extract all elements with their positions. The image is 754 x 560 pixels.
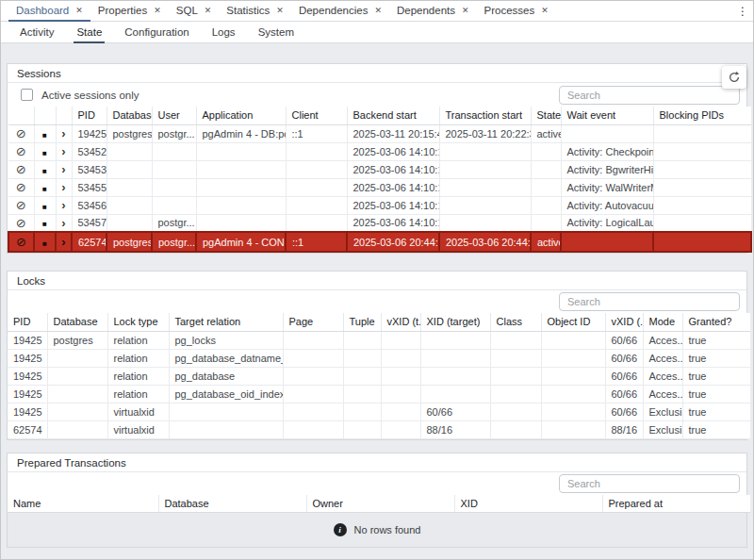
cell[interactable]: relation [107, 331, 169, 349]
expand-icon-cell[interactable]: › [56, 196, 72, 214]
cell[interactable]: Acces... [643, 331, 682, 349]
cell[interactable]: 60/66 [605, 403, 643, 420]
cancel-icon-cell[interactable]: ⊘ [8, 214, 34, 232]
cell[interactable] [490, 367, 541, 385]
cell[interactable]: postgr... [152, 124, 196, 142]
cell[interactable] [561, 124, 653, 142]
column-header-object-id[interactable]: Object ID [541, 313, 605, 331]
cell[interactable] [107, 196, 152, 214]
cell[interactable] [653, 232, 751, 252]
column-header-blocking-pids[interactable]: Blocking PIDs [653, 107, 751, 124]
cell[interactable]: 62574 [8, 420, 47, 438]
cell[interactable]: 60/66 [420, 403, 490, 420]
column-header-lock-type[interactable]: Lock type [107, 313, 169, 331]
cell[interactable] [196, 196, 286, 214]
close-icon[interactable]: ✕ [374, 7, 382, 15]
column-header-state[interactable]: State [531, 107, 561, 124]
cancel-icon-cell[interactable]: ⊘ [8, 142, 34, 160]
tab-dependencies[interactable]: Dependencies ✕ [291, 1, 389, 22]
table-row[interactable]: 19425postgresrelationpg_locks60/66Acces.… [8, 331, 750, 349]
cell[interactable]: ::1 [286, 232, 347, 252]
close-icon[interactable]: ✕ [75, 7, 83, 15]
sessions-search-input[interactable] [559, 86, 740, 105]
column-header-target-relation[interactable]: Target relation [169, 313, 283, 331]
cell[interactable]: postgres [107, 232, 152, 252]
expand-icon[interactable]: › [61, 217, 65, 229]
stop-icon[interactable]: ■ [42, 221, 47, 228]
column-header-pid[interactable]: PID [8, 313, 47, 331]
cell[interactable] [107, 178, 152, 196]
cell[interactable] [439, 196, 531, 214]
cell[interactable]: Acces... [643, 349, 682, 367]
cancel-icon[interactable]: ⊘ [16, 127, 26, 140]
cell[interactable] [286, 196, 347, 214]
refresh-button[interactable] [722, 66, 746, 89]
stop-icon-cell[interactable]: ■ [34, 196, 56, 214]
column-header-name[interactable]: Name [8, 495, 158, 513]
stop-icon-cell[interactable]: ■ [34, 124, 56, 142]
cell[interactable]: true [682, 385, 750, 403]
expand-icon[interactable]: › [61, 236, 65, 248]
locks-search-input[interactable] [559, 292, 740, 311]
checkbox[interactable] [21, 89, 33, 101]
cell[interactable]: 60/66 [605, 367, 643, 385]
stop-icon[interactable]: ■ [42, 150, 47, 157]
cell[interactable]: postgres [47, 331, 107, 349]
cell[interactable] [47, 367, 107, 385]
table-row[interactable]: ⊘■›19425postgrespostgr...pgAdmin 4 - DB:… [8, 124, 751, 142]
cell[interactable] [152, 142, 196, 160]
stop-icon[interactable]: ■ [42, 132, 47, 140]
table-row[interactable]: 62574virtualxid88/1688/16Exclusi...true [8, 420, 750, 438]
cell[interactable] [653, 124, 751, 142]
cell[interactable]: active [531, 124, 561, 142]
cancel-icon[interactable]: ⊘ [16, 181, 26, 193]
cell[interactable] [283, 403, 343, 420]
cell[interactable] [47, 403, 107, 420]
cell[interactable]: Activity: Checkpointe... [561, 142, 653, 160]
cell[interactable] [196, 160, 286, 178]
cell[interactable]: 19425 [72, 124, 107, 142]
cell[interactable] [47, 385, 107, 403]
cell[interactable] [381, 349, 420, 367]
column-header-transaction-start[interactable]: Transaction start [439, 107, 531, 124]
column-header-granted[interactable]: Granted? [682, 313, 750, 331]
cell[interactable]: 60/66 [605, 349, 643, 367]
cell[interactable]: true [682, 331, 750, 349]
cell[interactable] [381, 331, 420, 349]
cell[interactable] [381, 385, 420, 403]
cell[interactable] [152, 196, 196, 214]
kebab-menu-icon[interactable]: ⋮ [737, 1, 748, 21]
tab-properties[interactable]: Properties ✕ [90, 1, 169, 22]
tab-system[interactable]: System [255, 22, 297, 43]
cell[interactable] [286, 142, 347, 160]
expand-icon[interactable]: › [61, 127, 65, 140]
tab-dependents[interactable]: Dependents ✕ [389, 1, 477, 22]
expand-icon-cell[interactable]: › [56, 124, 72, 142]
cell[interactable] [286, 214, 347, 232]
close-icon[interactable]: ✕ [541, 7, 549, 15]
table-row[interactable]: ⊘■›534522025-03-06 14:10:11 ...Activity:… [8, 142, 751, 160]
active-sessions-only-checkbox[interactable]: Active sessions only [21, 89, 139, 101]
cell[interactable] [420, 385, 490, 403]
cell[interactable]: pgAdmin 4 - CONN:6... [196, 232, 286, 252]
column-header-user[interactable]: User [152, 107, 196, 124]
cell[interactable]: Activity: BgwriterHib... [561, 160, 653, 178]
column-header-icon[interactable] [56, 107, 72, 124]
column-header-icon[interactable] [8, 107, 34, 124]
cell[interactable]: pg_locks [169, 331, 283, 349]
column-header-tuple[interactable]: Tuple [343, 313, 381, 331]
stop-icon-cell[interactable]: ■ [34, 160, 56, 178]
cell[interactable]: Acces... [643, 385, 682, 403]
cell[interactable] [47, 420, 107, 438]
expand-icon-cell[interactable]: › [56, 214, 72, 232]
column-header-application[interactable]: Application [196, 107, 286, 124]
cell[interactable]: relation [107, 385, 169, 403]
table-row[interactable]: ⊘■›534532025-03-06 14:10:11 ...Activity:… [8, 160, 751, 178]
cell[interactable] [439, 160, 531, 178]
column-header-xid[interactable]: XID [454, 495, 602, 513]
cell[interactable] [152, 160, 196, 178]
table-row[interactable]: ⊘■›62574postgrespostgr...pgAdmin 4 - CON… [8, 232, 751, 252]
cell[interactable]: pg_database_oid_index [169, 385, 283, 403]
cell[interactable] [541, 349, 605, 367]
cell[interactable]: Activity: WalWriterM... [561, 178, 653, 196]
